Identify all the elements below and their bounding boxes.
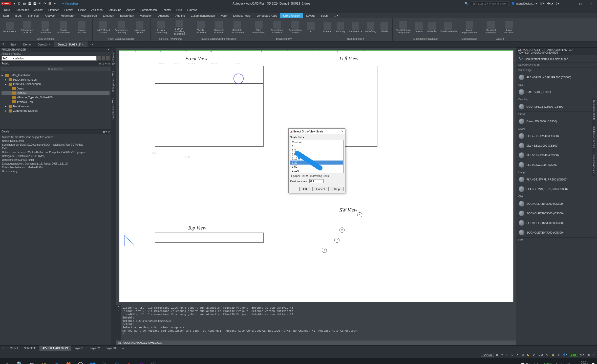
pm-close-icon[interactable]: ✕ [108,48,110,51]
layout-tab[interactable]: Modell [7,346,21,351]
close-button[interactable]: ✕ [586,1,596,6]
ribbon-tab[interactable]: ISOS [12,13,25,18]
side-tab[interactable]: Orthogonale DWG [111,68,116,95]
custom-scale-input[interactable] [309,179,324,183]
menu-hilfe[interactable]: Hilfe [174,8,184,12]
doc-tab[interactable]: Demo2* ✕ [34,41,54,47]
palette-item[interactable]: SOCKOLET,BV,3000 (CS300) [516,199,597,209]
ribbon-button[interactable]: Stückliste einrichten [210,20,228,35]
ribbon-button[interactable]: Layer anpassen [501,20,518,35]
canvas[interactable]: 1 2 3 4 5 6 7 8 9 10 Front View Left Vie… [116,48,516,305]
tree-item[interactable]: ▸Rohrklassen [2,104,110,109]
pm-refresh-icon[interactable] [97,56,101,60]
save-icon[interactable]: 💾 [28,2,32,6]
search-icon[interactable]: 🔍 [465,2,468,5]
sb-icon[interactable]: ⊕ [557,353,560,356]
more-icon[interactable]: ▾ [53,2,57,6]
ribbon-button[interactable]: Ansichtsfenster Konfiguration [395,20,412,35]
palette-item[interactable]: FLANGE BLIND,FL,RF,300 (CS300) [516,73,597,82]
ribbon-button[interactable]: In 3D-Modell suchen [95,20,112,35]
ribbon-tab[interactable]: Start [0,13,12,18]
ribbon-button[interactable]: Fortlaufend ▾ [348,22,363,33]
ribbon-button[interactable]: Wiederherstellen [439,22,457,33]
command-input-row[interactable]: ▭▸ SUCRI4CHANGEVIEWSCALE [116,340,516,345]
edge-icon[interactable]: ◉ [51,359,62,364]
menu-zeichnen[interactable]: Zeichnen [89,8,105,12]
ribbon-button[interactable]: Linear ▾ [321,22,333,33]
open-icon[interactable]: 🗁 [23,2,27,6]
ribbon-button[interactable]: Beschriftung bearbeiten [268,20,286,35]
ribbon-tab[interactable]: Analyse [42,13,58,18]
cancel-button[interactable]: Cancel [312,187,329,191]
tray-chevron-icon[interactable]: ˄ [556,363,557,364]
sb-icon[interactable]: 🔒 [551,353,555,356]
ribbon-tab[interactable]: Stahlbau [25,13,42,18]
sb-icon[interactable]: 1:1▾ [538,353,544,356]
sb-icon[interactable]: ✦ [516,353,519,356]
menu-extras[interactable]: Extras [76,8,89,12]
doc-tab[interactable]: Start [7,41,19,47]
scale-option[interactable]: 1:10 [290,156,343,161]
tree-item[interactable]: ▸Plant 3D-Zeichnungen [2,82,110,86]
sb-icon[interactable]: ◧ [587,353,590,356]
scale-option[interactable]: 1:100 [290,169,343,173]
doc-tabs-menu-icon[interactable]: ≡ [0,41,7,47]
chrome-icon[interactable]: ◯ [75,359,86,364]
palette-item[interactable]: CAP,BV,40 (CS300) [516,87,597,97]
palette-item[interactable]: ELL 45,SW,3000 (CS300) [516,141,597,150]
search-tb-icon[interactable]: 🔍 [14,359,25,364]
menu-datei[interactable]: Datei [2,8,13,12]
palette-item[interactable]: FLANGE SW,FL,RF,300 (CS300) [516,175,597,184]
sb-icon[interactable]: ⌖ [501,353,504,356]
tray-network-icon[interactable]: 🖧 [561,363,563,364]
palette-item[interactable]: SOCKOLET,BV,3000 (CS300) [516,228,597,237]
ribbon-tab[interactable]: Layout [303,13,318,18]
scale-option[interactable]: 1:2 [290,148,343,152]
add-doc-tab[interactable]: ＋ [88,41,97,47]
ribbon-button[interactable]: Ansicht aktualisieren [55,20,72,35]
tray-sound-icon[interactable]: 🔊 [567,363,570,364]
stock-widget[interactable]: 📈 Prime index +0.33% [521,363,552,364]
ribbon-button[interactable]: Neue Ansicht [2,22,17,33]
help-button[interactable]: Help [330,187,344,191]
user-menu[interactable]: 👤 IntegaDesign… ▾ [511,2,537,5]
ribbon-overflow[interactable]: ▢ ▾ [331,13,342,18]
doc-tab[interactable]: Demo [20,41,34,47]
project-tree[interactable]: ▸SuCri_Installation▸P&ID-Zeichnungen▸Pla… [0,72,111,114]
menu-ändern[interactable]: Ändern [124,8,138,12]
ribbon-button[interactable]: Isolierungs­symbol [131,20,148,35]
tree-item[interactable]: Typicals_140 [2,100,110,104]
ribbon-button[interactable]: Ortho-Beschriftung [250,20,267,35]
ribbon-button[interactable]: 1-Linien-Darstellung bearbeiten [171,19,188,36]
explorer-icon[interactable]: 🗂 [38,359,50,364]
share-button[interactable]: ✈ Freigeben [62,2,78,5]
tree-item[interactable]: ▸P&ID-Zeichnungen [2,78,110,82]
menu-bemaßung[interactable]: Bemaßung [105,8,124,12]
ribbon-tab[interactable]: Verwalten [137,13,155,18]
teams-icon[interactable]: 👥 [87,359,98,364]
sb-icon[interactable]: ∟ [510,353,515,356]
layout-tab[interactable]: Layout2 [87,346,103,351]
sb-icon[interactable]: ◫ [505,353,509,356]
ribbon-button[interactable]: Stückliste aktualisieren [229,20,246,35]
paperspace-toggle[interactable]: PAPIER [481,353,494,357]
pm-details-tools[interactable]: ▦ ≡ ⧉ [103,130,110,133]
menu-fenster[interactable]: Fenster [159,8,174,12]
scale-option[interactable]: 1:5 [290,152,343,156]
ribbon-button[interactable]: A [305,22,317,33]
menu-icon[interactable]: ▾ [12,2,16,6]
menu-einfügen[interactable]: Einfügen [46,8,62,12]
ribbon-tab[interactable]: Vault [218,13,230,18]
sb-icon[interactable]: ▦ [495,353,499,356]
cart-icon[interactable]: 🛒▾ [540,2,545,5]
palette-item[interactable]: Cross,SW,3000 (CS300) [516,117,597,126]
dialog-close-icon[interactable]: ✕ [341,130,344,133]
onenote-icon[interactable]: N [136,359,147,364]
ribbon-tab[interactable]: Zusammenarbeiten [188,13,218,18]
ribbon-tab[interactable]: Beschriften [117,13,137,18]
word-icon[interactable]: W [148,359,159,364]
help-search-input[interactable] [471,2,509,6]
dialog-titlebar[interactable]: ◢ Select Ortho View Scale ✕ [289,129,345,134]
start-button[interactable]: ⊞ [2,359,13,364]
saveas-icon[interactable]: 💾 [33,2,37,6]
